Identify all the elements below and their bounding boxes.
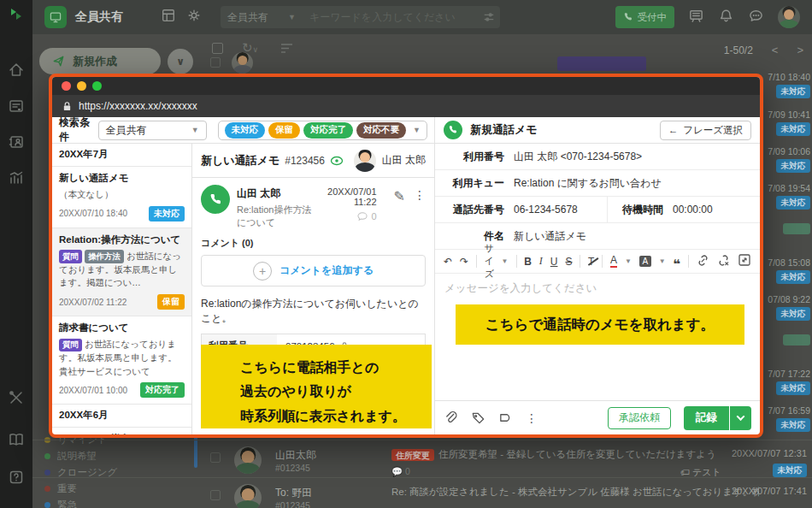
- help-icon[interactable]: [8, 469, 25, 486]
- editor-placeholder: メッセージを入力してください: [444, 281, 597, 296]
- message-editor[interactable]: メッセージを入力してください こちらで通話時のメモを取れます。: [435, 274, 760, 400]
- status-badge: 保留: [157, 294, 185, 310]
- layout-icon[interactable]: [161, 8, 176, 27]
- call-status-button[interactable]: 受付中: [615, 6, 675, 28]
- approval-request-button[interactable]: 承認依頼: [608, 407, 671, 429]
- status-pill-done[interactable]: 対応完了: [303, 122, 353, 139]
- record-dropdown-button[interactable]: [730, 406, 751, 430]
- tag-question: 質問: [59, 339, 82, 351]
- list-item[interactable]: 新しい通話メモ （本文なし） 20XX/07/10 18:40未対応: [52, 167, 191, 228]
- record-button[interactable]: 記録: [684, 406, 729, 430]
- undo-button[interactable]: ↶: [444, 256, 452, 268]
- topbar: 全員共有 全員共有▼ 受付中: [32, 0, 812, 34]
- add-comment-button[interactable]: + コメントを追加する: [201, 255, 426, 286]
- avatar: [234, 484, 262, 508]
- field-callee-wait: 通話先番号 06-1234-5678 待機時間 00:00:00: [435, 197, 760, 223]
- board-icon[interactable]: [688, 8, 704, 27]
- compose-button[interactable]: 新規作成: [39, 48, 161, 74]
- expand-editor-icon[interactable]: [738, 253, 751, 269]
- search-filter-icon[interactable]: [478, 6, 500, 28]
- list-item[interactable]: Re:lationの導入について 質問お世話になっております。私は株式会社○○○…: [52, 428, 191, 434]
- thread-title: 新しい通話メモ: [201, 153, 279, 168]
- arrow-left-icon: ←: [668, 125, 679, 135]
- status-pill-hold[interactable]: 保留: [268, 122, 300, 139]
- url-bar[interactable]: https://xxxxxxx.xx/xxxxxxx: [52, 95, 760, 117]
- compose-more-button[interactable]: ∨: [168, 49, 193, 74]
- edit-icon[interactable]: ✎: [394, 188, 405, 229]
- chat-icon[interactable]: [748, 8, 764, 27]
- analytics-icon[interactable]: [8, 169, 25, 186]
- list-item[interactable]: 7/08 19:54未対応: [762, 183, 810, 210]
- window-close-button[interactable]: [62, 81, 71, 91]
- link-icon[interactable]: [697, 254, 709, 269]
- window-zoom-button[interactable]: [92, 81, 102, 91]
- list-item[interactable]: 7/07 17:22未対応: [762, 369, 810, 395]
- list-item[interactable]: 7/08 15:08未対応: [762, 257, 810, 284]
- quote-button[interactable]: ❝: [674, 261, 681, 268]
- comment-count: 0: [324, 211, 377, 222]
- text-color-button[interactable]: A: [610, 255, 617, 268]
- home-icon[interactable]: [8, 62, 25, 79]
- underline-button[interactable]: U: [550, 256, 558, 268]
- url-text: https://xxxxxxx.xx/xxxxxxx: [79, 100, 197, 112]
- phone-icon: [444, 121, 462, 139]
- list-item[interactable]: 7/10 18:40未対応: [762, 72, 810, 98]
- select-all-checkbox[interactable]: [212, 43, 223, 54]
- gear-icon[interactable]: [186, 8, 202, 27]
- bell-icon[interactable]: [718, 8, 734, 27]
- row-checkbox[interactable]: [210, 490, 221, 500]
- unlink-icon[interactable]: [717, 254, 730, 269]
- month-section: 20XX年6月: [52, 405, 191, 428]
- list-item[interactable]: 7/09 10:41未対応: [762, 109, 810, 136]
- table-row[interactable]: 山田太郎 #012345 住所変更住所変更希望 - 登録している住所を変更してい…: [32, 440, 812, 477]
- row-checkbox[interactable]: [210, 452, 221, 463]
- attachment-icon[interactable]: [444, 411, 458, 425]
- manual-icon[interactable]: [8, 431, 25, 448]
- label-icon[interactable]: [498, 411, 513, 425]
- app-logo: [8, 6, 25, 23]
- status-pill-open[interactable]: 未対応: [225, 122, 266, 139]
- contacts-icon[interactable]: [8, 133, 25, 151]
- phrase-select-button[interactable]: ← フレーズ選択: [660, 121, 751, 140]
- strikethrough-button[interactable]: S: [565, 256, 572, 268]
- list-item[interactable]: Relation:操作方法について 質問操作方法お世話になっております。坂本辰馬…: [52, 228, 191, 316]
- queue-select[interactable]: 全員共有▼: [221, 6, 303, 28]
- list-item[interactable]: 7/07 16:59未対応: [762, 405, 810, 432]
- editor-toolbar: ↶ ↷ サイズ▼ B I U S T A▼ A▼ ❝: [435, 250, 760, 274]
- tag-icon[interactable]: [471, 411, 485, 425]
- filter-bar: 検索条件 全員共有▼ 未対応 保留 対応完了 対応不要 ▼: [52, 117, 434, 144]
- call-note: Re:lationの操作方法についてお伺いしたいとのこと。: [192, 294, 434, 334]
- status-filter-group[interactable]: 未対応 保留 対応完了 対応不要 ▼: [218, 121, 427, 140]
- prev-page-button[interactable]: <: [772, 44, 779, 56]
- list-item[interactable]: 07/08 9:22未対応: [762, 294, 810, 321]
- filter-queue-select[interactable]: 全員共有▼: [98, 121, 207, 140]
- highlight-color-button[interactable]: A: [639, 256, 651, 267]
- more-options-icon[interactable]: ⋮: [526, 411, 538, 425]
- list-item[interactable]: [762, 332, 810, 346]
- list-item[interactable]: [762, 221, 810, 234]
- clear-format-button[interactable]: T: [588, 256, 594, 268]
- history-list: 20XX年7月 新しい通話メモ （本文なし） 20XX/07/10 18:40未…: [52, 144, 192, 434]
- search-input[interactable]: [303, 6, 478, 28]
- window-minimize-button[interactable]: [77, 81, 86, 91]
- table-row[interactable]: To: 野田 #012345 Re: 商談が設定されました - 株式会社サンプル…: [32, 477, 812, 508]
- redo-button[interactable]: ↷: [460, 256, 468, 268]
- next-page-button[interactable]: >: [797, 44, 803, 56]
- call-entry[interactable]: 山田 太郎 Re:lation操作方法について 20XX/07/01 11:22…: [192, 178, 434, 234]
- bold-button[interactable]: B: [524, 256, 532, 268]
- call-datetime: 20XX/07/01 11:22: [324, 186, 377, 207]
- eye-icon[interactable]: [330, 156, 344, 166]
- more-options-icon[interactable]: ⋮: [414, 188, 426, 229]
- status-pill-none[interactable]: 対応不要: [356, 122, 406, 139]
- tools-icon[interactable]: [8, 389, 25, 406]
- field-queue[interactable]: 利用キュー Re:lation に関するお問い合わせ: [435, 170, 760, 197]
- status-badge: 未対応: [149, 206, 185, 222]
- italic-button[interactable]: I: [539, 255, 543, 268]
- avatar[interactable]: [778, 6, 800, 28]
- list-item[interactable]: 7/09 10:06未対応: [762, 146, 810, 173]
- inbox-icon[interactable]: [8, 97, 25, 115]
- list-item[interactable]: 請求書について 質問お世話になっております。私坂本辰馬と申します。貴社サービスに…: [52, 316, 191, 405]
- sort-icon[interactable]: [280, 42, 293, 57]
- row-checkbox[interactable]: [210, 57, 221, 68]
- call-subject: Re:lation操作方法について: [237, 204, 317, 229]
